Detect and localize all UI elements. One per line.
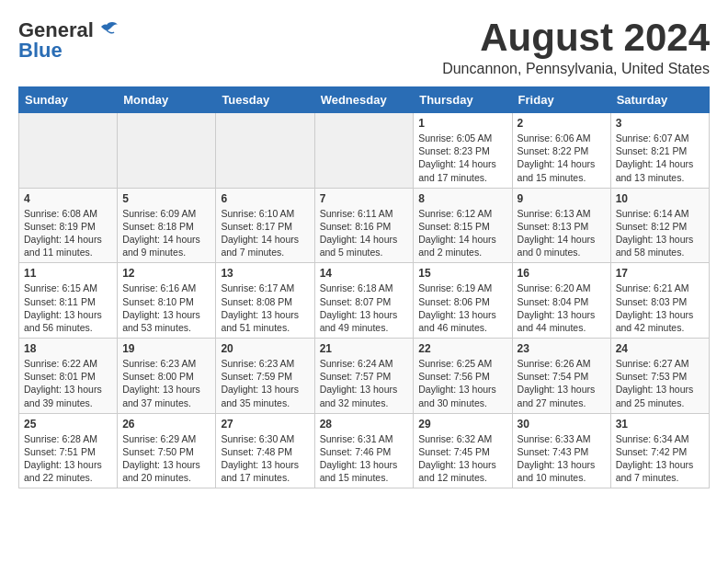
day-info: Sunrise: 6:30 AM Sunset: 7:48 PM Dayligh…: [221, 432, 309, 485]
calendar-header-row: SundayMondayTuesdayWednesdayThursdayFrid…: [19, 87, 710, 113]
day-number: 31: [616, 418, 704, 431]
day-info: Sunrise: 6:20 AM Sunset: 8:04 PM Dayligh…: [518, 282, 606, 334]
day-number: 26: [122, 418, 210, 431]
calendar-cell: 19Sunrise: 6:23 AM Sunset: 8:00 PM Dayli…: [118, 339, 216, 414]
calendar-cell: 28Sunrise: 6:31 AM Sunset: 7:46 PM Dayli…: [314, 413, 414, 488]
day-number: 29: [418, 418, 506, 431]
day-info: Sunrise: 6:19 AM Sunset: 8:06 PM Dayligh…: [418, 282, 506, 334]
title-area: August 2024 Duncannon, Pennsylvania, Uni…: [442, 18, 710, 77]
calendar-cell: 3Sunrise: 6:07 AM Sunset: 8:21 PM Daylig…: [610, 113, 709, 189]
week-row-2: 4Sunrise: 6:08 AM Sunset: 8:19 PM Daylig…: [19, 188, 710, 263]
calendar-cell: 4Sunrise: 6:08 AM Sunset: 8:19 PM Daylig…: [19, 188, 118, 263]
calendar-cell: 14Sunrise: 6:18 AM Sunset: 8:07 PM Dayli…: [314, 263, 414, 339]
calendar-cell: 5Sunrise: 6:09 AM Sunset: 8:18 PM Daylig…: [118, 188, 216, 263]
day-info: Sunrise: 6:31 AM Sunset: 7:46 PM Dayligh…: [320, 432, 409, 485]
week-row-4: 18Sunrise: 6:22 AM Sunset: 8:01 PM Dayli…: [19, 339, 710, 414]
day-number: 5: [122, 192, 210, 205]
day-info: Sunrise: 6:10 AM Sunset: 8:17 PM Dayligh…: [221, 207, 309, 259]
day-number: 20: [221, 342, 309, 355]
calendar-cell: 12Sunrise: 6:16 AM Sunset: 8:10 PM Dayli…: [118, 263, 216, 339]
calendar-cell: 9Sunrise: 6:13 AM Sunset: 8:13 PM Daylig…: [512, 188, 610, 263]
day-info: Sunrise: 6:28 AM Sunset: 7:51 PM Dayligh…: [24, 432, 112, 485]
day-info: Sunrise: 6:13 AM Sunset: 8:13 PM Dayligh…: [518, 207, 606, 259]
day-number: 2: [518, 117, 606, 130]
day-info: Sunrise: 6:34 AM Sunset: 7:42 PM Dayligh…: [616, 432, 704, 485]
day-info: Sunrise: 6:23 AM Sunset: 7:59 PM Dayligh…: [221, 357, 309, 409]
calendar-cell: 27Sunrise: 6:30 AM Sunset: 7:48 PM Dayli…: [216, 413, 314, 488]
day-number: 25: [24, 418, 112, 431]
calendar-cell: 21Sunrise: 6:24 AM Sunset: 7:57 PM Dayli…: [314, 339, 414, 414]
day-info: Sunrise: 6:07 AM Sunset: 8:21 PM Dayligh…: [616, 132, 704, 184]
day-number: 12: [122, 267, 210, 280]
calendar-cell: 30Sunrise: 6:33 AM Sunset: 7:43 PM Dayli…: [512, 413, 610, 488]
day-info: Sunrise: 6:32 AM Sunset: 7:45 PM Dayligh…: [418, 432, 506, 485]
day-info: Sunrise: 6:25 AM Sunset: 7:56 PM Dayligh…: [418, 357, 506, 409]
day-header-thursday: Thursday: [414, 87, 512, 113]
day-header-friday: Friday: [512, 87, 610, 113]
day-number: 24: [616, 342, 704, 355]
month-title: August 2024: [442, 18, 710, 57]
day-number: 11: [24, 267, 112, 280]
day-info: Sunrise: 6:06 AM Sunset: 8:22 PM Dayligh…: [518, 132, 606, 184]
calendar-cell: 22Sunrise: 6:25 AM Sunset: 7:56 PM Dayli…: [414, 339, 512, 414]
day-number: 15: [418, 267, 506, 280]
calendar-cell: 2Sunrise: 6:06 AM Sunset: 8:22 PM Daylig…: [512, 113, 610, 189]
calendar-cell: 31Sunrise: 6:34 AM Sunset: 7:42 PM Dayli…: [610, 413, 709, 488]
week-row-3: 11Sunrise: 6:15 AM Sunset: 8:11 PM Dayli…: [19, 263, 710, 339]
day-info: Sunrise: 6:26 AM Sunset: 7:54 PM Dayligh…: [518, 357, 606, 409]
calendar-body: 1Sunrise: 6:05 AM Sunset: 8:23 PM Daylig…: [19, 113, 710, 488]
day-info: Sunrise: 6:09 AM Sunset: 8:18 PM Dayligh…: [122, 207, 210, 259]
day-info: Sunrise: 6:24 AM Sunset: 7:57 PM Dayligh…: [320, 357, 409, 409]
calendar-cell: 29Sunrise: 6:32 AM Sunset: 7:45 PM Dayli…: [414, 413, 512, 488]
day-number: 13: [221, 267, 309, 280]
logo: General Blue: [18, 18, 119, 63]
calendar-cell: 24Sunrise: 6:27 AM Sunset: 7:53 PM Dayli…: [610, 339, 709, 414]
day-header-wednesday: Wednesday: [314, 87, 414, 113]
day-info: Sunrise: 6:33 AM Sunset: 7:43 PM Dayligh…: [518, 432, 606, 485]
calendar-cell: 25Sunrise: 6:28 AM Sunset: 7:51 PM Dayli…: [19, 413, 118, 488]
day-number: 17: [616, 267, 704, 280]
calendar: SundayMondayTuesdayWednesdayThursdayFrid…: [18, 86, 710, 488]
calendar-cell: [314, 113, 414, 189]
calendar-cell: 10Sunrise: 6:14 AM Sunset: 8:12 PM Dayli…: [610, 188, 709, 263]
location: Duncannon, Pennsylvania, United States: [442, 61, 710, 77]
day-number: 1: [418, 117, 506, 130]
calendar-cell: 7Sunrise: 6:11 AM Sunset: 8:16 PM Daylig…: [314, 188, 414, 263]
week-row-5: 25Sunrise: 6:28 AM Sunset: 7:51 PM Dayli…: [19, 413, 710, 488]
day-number: 28: [320, 418, 409, 431]
calendar-cell: 20Sunrise: 6:23 AM Sunset: 7:59 PM Dayli…: [216, 339, 314, 414]
day-header-saturday: Saturday: [610, 87, 709, 113]
header: General Blue August 2024 Duncannon, Penn…: [18, 18, 710, 77]
calendar-cell: 13Sunrise: 6:17 AM Sunset: 8:08 PM Dayli…: [216, 263, 314, 339]
day-info: Sunrise: 6:16 AM Sunset: 8:10 PM Dayligh…: [122, 282, 210, 334]
day-info: Sunrise: 6:05 AM Sunset: 8:23 PM Dayligh…: [418, 132, 506, 184]
day-info: Sunrise: 6:08 AM Sunset: 8:19 PM Dayligh…: [24, 207, 112, 259]
day-info: Sunrise: 6:27 AM Sunset: 7:53 PM Dayligh…: [616, 357, 704, 409]
day-header-sunday: Sunday: [19, 87, 118, 113]
day-number: 6: [221, 192, 309, 205]
week-row-1: 1Sunrise: 6:05 AM Sunset: 8:23 PM Daylig…: [19, 113, 710, 189]
day-info: Sunrise: 6:17 AM Sunset: 8:08 PM Dayligh…: [221, 282, 309, 334]
day-number: 14: [320, 267, 409, 280]
day-number: 9: [518, 192, 606, 205]
calendar-cell: 17Sunrise: 6:21 AM Sunset: 8:03 PM Dayli…: [610, 263, 709, 339]
calendar-cell: 1Sunrise: 6:05 AM Sunset: 8:23 PM Daylig…: [414, 113, 512, 189]
day-info: Sunrise: 6:12 AM Sunset: 8:15 PM Dayligh…: [418, 207, 506, 259]
day-number: 23: [518, 342, 606, 355]
day-number: 27: [221, 418, 309, 431]
logo-blue-text: Blue: [18, 39, 63, 63]
day-info: Sunrise: 6:18 AM Sunset: 8:07 PM Dayligh…: [320, 282, 409, 334]
calendar-cell: 6Sunrise: 6:10 AM Sunset: 8:17 PM Daylig…: [216, 188, 314, 263]
day-number: 21: [320, 342, 409, 355]
day-info: Sunrise: 6:29 AM Sunset: 7:50 PM Dayligh…: [122, 432, 210, 485]
calendar-cell: 16Sunrise: 6:20 AM Sunset: 8:04 PM Dayli…: [512, 263, 610, 339]
day-number: 22: [418, 342, 506, 355]
logo-bird-icon: [94, 21, 119, 41]
day-info: Sunrise: 6:21 AM Sunset: 8:03 PM Dayligh…: [616, 282, 704, 334]
calendar-cell: 11Sunrise: 6:15 AM Sunset: 8:11 PM Dayli…: [19, 263, 118, 339]
calendar-cell: 8Sunrise: 6:12 AM Sunset: 8:15 PM Daylig…: [414, 188, 512, 263]
calendar-cell: [216, 113, 314, 189]
day-number: 8: [418, 192, 506, 205]
day-number: 16: [518, 267, 606, 280]
day-info: Sunrise: 6:11 AM Sunset: 8:16 PM Dayligh…: [320, 207, 409, 259]
